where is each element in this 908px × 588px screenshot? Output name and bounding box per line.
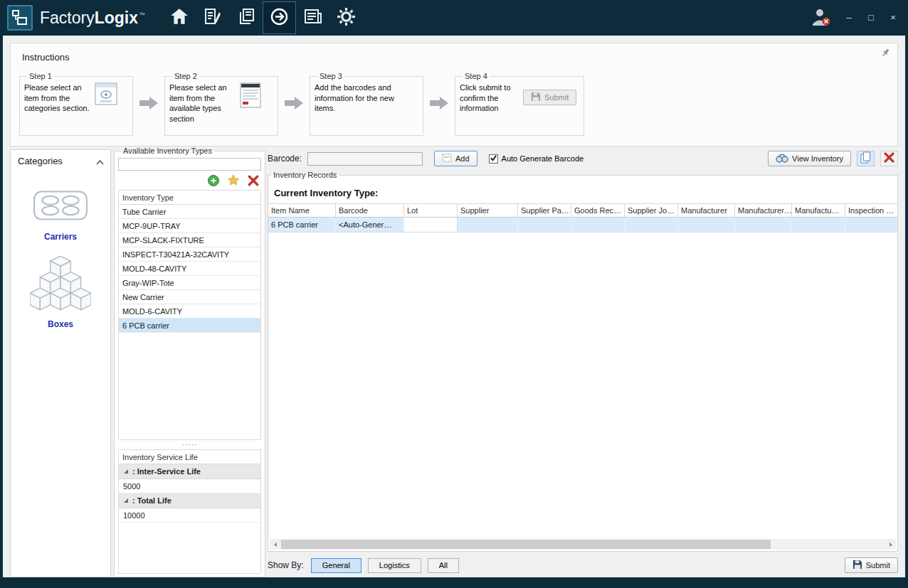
scroll-left-button[interactable] — [270, 539, 280, 550]
inventory-type-row[interactable]: MOLD-48-CAVITY — [119, 262, 260, 276]
inventory-type-row[interactable]: Tube Carrier — [119, 205, 260, 219]
service-life-header[interactable]: Inventory Service Life — [119, 450, 260, 464]
view-inventory-label: View Inventory — [792, 154, 843, 163]
brand-trademark: ™ — [139, 11, 145, 18]
add-button[interactable]: Add — [434, 151, 477, 166]
carrier-tray-icon — [31, 187, 90, 227]
nav-settings-button[interactable] — [329, 1, 363, 34]
maximize-button[interactable]: □ — [866, 0, 876, 36]
nav-batch-records-button[interactable] — [229, 1, 263, 34]
newspaper-icon — [304, 8, 322, 28]
filter-all-button[interactable]: All — [428, 558, 459, 573]
inventory-type-row-selected[interactable]: 6 PCB carrier — [119, 319, 260, 333]
delete-record-button[interactable] — [880, 151, 898, 166]
cell-manufactured[interactable] — [792, 218, 845, 232]
app-title: FactoryLogix™ — [40, 9, 145, 28]
user-status-button[interactable] — [810, 7, 832, 29]
filter-logistics-button[interactable]: Logistics — [368, 558, 421, 573]
duplicate-record-button[interactable] — [857, 151, 875, 166]
splitter-handle[interactable] — [118, 440, 261, 449]
inventory-type-row[interactable]: MOLD-6-CAVITY — [119, 304, 260, 319]
content-area: Instructions Step 1 Please select an ite… — [3, 36, 905, 577]
inventory-type-row[interactable]: INSPECT-T30421A-32CAVITY — [119, 247, 260, 262]
filter-general-button[interactable]: General — [311, 558, 361, 573]
cell-item-name[interactable]: 6 PCB carrier — [268, 218, 336, 232]
cell-supplier[interactable] — [458, 218, 518, 232]
barcode-input[interactable] — [307, 152, 423, 166]
column-header[interactable]: Goods Rec… — [571, 204, 625, 217]
binoculars-icon — [776, 154, 788, 164]
checkmark-icon — [490, 152, 497, 165]
inventory-records-title: Inventory Records — [271, 171, 339, 179]
submit-button[interactable]: Submit — [845, 557, 898, 573]
delete-type-button[interactable] — [246, 173, 260, 187]
column-header[interactable]: Manufacturer… — [735, 204, 792, 217]
column-header[interactable]: Barcode — [336, 204, 404, 217]
column-header[interactable]: Supplier — [458, 204, 518, 217]
nav-news-button[interactable] — [296, 1, 329, 34]
instructions-panel: Instructions Step 1 Please select an ite… — [10, 43, 898, 146]
category-boxes[interactable]: Boxes — [30, 256, 91, 329]
cell-manufacturer[interactable] — [678, 218, 735, 232]
inventory-type-column-header[interactable]: Inventory Type — [119, 191, 260, 205]
column-header[interactable]: Supplier Jo… — [625, 204, 678, 217]
scrollbar-thumb[interactable] — [281, 540, 771, 549]
column-header[interactable]: Item Name — [268, 204, 336, 217]
categories-title: Categories — [18, 156, 63, 166]
horizontal-scrollbar[interactable] — [270, 539, 896, 550]
inter-service-life-group[interactable]: : Inter-Service Life — [119, 464, 260, 479]
step-submit-button[interactable]: Submit — [523, 90, 576, 105]
add-type-button[interactable] — [206, 173, 220, 187]
cell-lot[interactable] — [404, 218, 458, 232]
barcode-toolbar: Barcode: Add Auto Generate Barcode — [268, 148, 898, 169]
cell-inspection[interactable] — [845, 218, 897, 232]
cell-goods-received[interactable] — [571, 218, 625, 232]
nav-home-button[interactable] — [162, 1, 196, 34]
available-types-panel: Available Inventory Types Inventory Type… — [114, 146, 265, 577]
nav-worksheet-button[interactable] — [196, 1, 229, 34]
column-header[interactable]: Manufactu… — [792, 204, 845, 217]
column-header[interactable]: Lot — [404, 204, 458, 217]
nav-dispatch-button[interactable] — [263, 1, 296, 34]
pushpin-icon — [881, 48, 890, 60]
cell-supplier-job[interactable] — [625, 218, 678, 232]
copy-sheet-icon — [860, 151, 871, 166]
collapse-categories-button[interactable] — [95, 157, 105, 166]
inventory-type-row[interactable]: Gray-WIP-Tote — [119, 276, 260, 290]
category-carriers-label: Carriers — [44, 232, 77, 242]
minimize-button[interactable]: – — [844, 0, 854, 36]
group-expand-icon — [123, 496, 129, 505]
auto-generate-checkbox[interactable] — [489, 154, 498, 164]
column-header[interactable]: Manufacturer — [678, 204, 735, 217]
inventory-type-row[interactable]: MCP-9UP-TRAY — [119, 219, 260, 233]
view-inventory-button[interactable]: View Inventory — [768, 151, 851, 166]
pin-button[interactable] — [879, 48, 892, 60]
step-3-label: Step 3 — [317, 72, 344, 80]
total-life-group[interactable]: : Total Life — [119, 493, 260, 508]
total-life-value[interactable]: 10000 — [119, 508, 260, 523]
main-nav — [162, 0, 363, 36]
cell-supplier-part[interactable] — [518, 218, 571, 232]
save-icon — [531, 92, 541, 103]
circle-arrow-icon — [270, 7, 289, 29]
inventory-type-row[interactable]: New Carrier — [119, 290, 260, 304]
service-life-grid: Inventory Service Life : Inter-Service L… — [118, 449, 261, 574]
cell-manufacturer-2[interactable] — [735, 218, 792, 232]
column-header[interactable]: Supplier Pa… — [518, 204, 571, 217]
available-types-title: Available Inventory Types — [121, 146, 214, 155]
inter-service-life-value[interactable]: 5000 — [119, 479, 260, 493]
close-button[interactable]: × — [888, 0, 898, 36]
save-icon — [852, 560, 862, 571]
red-x-icon — [884, 152, 894, 165]
inventory-type-list: Inventory Type Tube Carrier MCP-9UP-TRAY… — [118, 190, 261, 440]
type-filter-input[interactable] — [118, 158, 261, 171]
scroll-right-button[interactable] — [885, 539, 896, 550]
chevron-up-icon — [96, 155, 104, 168]
cell-barcode[interactable]: <Auto-Gener… — [336, 218, 404, 232]
footer-bar: Show By: General Logistics All Submit — [268, 557, 898, 574]
category-carriers[interactable]: Carriers — [31, 187, 90, 242]
inventory-type-row[interactable]: MCP-SLACK-FIXTURE — [119, 233, 260, 247]
column-header[interactable]: Inspection … — [845, 204, 897, 217]
edit-type-button[interactable] — [226, 173, 240, 187]
step-4-group: Step 4 Click submit to confirm the infor… — [455, 72, 584, 136]
